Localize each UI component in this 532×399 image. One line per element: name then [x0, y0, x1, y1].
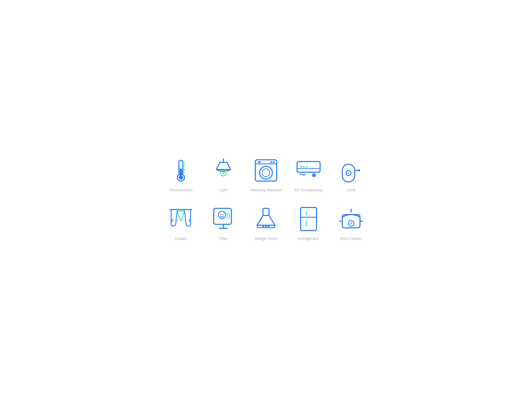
svg-point-17	[262, 169, 270, 177]
svg-point-42	[265, 226, 267, 227]
washing-machine-icon	[253, 158, 279, 183]
range-hood-item: Range Hood	[250, 207, 282, 241]
svg-point-15	[273, 161, 274, 163]
curtain-icon	[168, 207, 193, 231]
row-1: Thermometer Light	[165, 158, 367, 192]
washing-machine-label: Washing Machine	[250, 188, 282, 192]
svg-point-31	[358, 169, 360, 171]
filter-item: Filter	[208, 207, 239, 241]
svg-point-16	[260, 166, 272, 179]
svg-point-38	[222, 214, 224, 215]
svg-point-21	[306, 166, 308, 168]
svg-point-14	[270, 161, 272, 163]
washing-machine-item: Washing Machine	[250, 158, 282, 192]
range-hood-icon	[253, 207, 279, 231]
refrigerator-icon	[296, 207, 321, 231]
curtain-label: Curtain	[175, 236, 187, 241]
svg-point-41	[262, 226, 264, 227]
svg-rect-44	[301, 208, 317, 231]
rice-cooker-label: Rice Cooker	[340, 236, 362, 241]
range-hood-label: Range Hood	[255, 236, 277, 241]
thermometer-icon	[168, 158, 193, 183]
thermometer-label: Thermometer	[169, 188, 193, 192]
svg-point-2	[179, 175, 183, 180]
lock-item: Lock	[335, 158, 367, 192]
thermometer-item: Thermometer	[165, 158, 197, 192]
svg-point-20	[303, 166, 305, 168]
lock-icon	[339, 158, 364, 183]
svg-point-19	[300, 166, 302, 168]
svg-rect-13	[258, 161, 261, 163]
refrigerator-item: Refrigerator	[293, 207, 324, 241]
svg-rect-3	[180, 169, 182, 176]
svg-point-10	[222, 172, 224, 174]
svg-point-36	[218, 211, 226, 218]
icon-grid: Thermometer Light	[154, 144, 378, 255]
refrigerator-label: Refrigerator	[298, 236, 319, 241]
light-item: Light	[208, 158, 239, 192]
rice-cooker-icon	[339, 207, 364, 231]
light-label: Light	[219, 188, 228, 192]
rice-cooker-item: Rice Cooker	[335, 207, 367, 241]
row-2: Curtain	[165, 207, 367, 241]
svg-rect-11	[255, 160, 277, 181]
svg-point-43	[268, 226, 270, 227]
svg-rect-39	[263, 208, 269, 215]
air-conditioning-item: Air Conditioning	[293, 158, 324, 192]
filter-icon	[211, 207, 236, 231]
lock-label: Lock	[347, 188, 355, 192]
light-icon	[211, 158, 236, 183]
svg-point-29	[348, 172, 349, 174]
air-conditioning-label: Air Conditioning	[295, 188, 323, 192]
filter-label: Filter	[219, 236, 228, 241]
svg-point-51	[350, 222, 352, 224]
curtain-item: Curtain	[165, 207, 197, 241]
air-conditioning-icon	[296, 158, 321, 183]
svg-point-37	[221, 214, 222, 215]
